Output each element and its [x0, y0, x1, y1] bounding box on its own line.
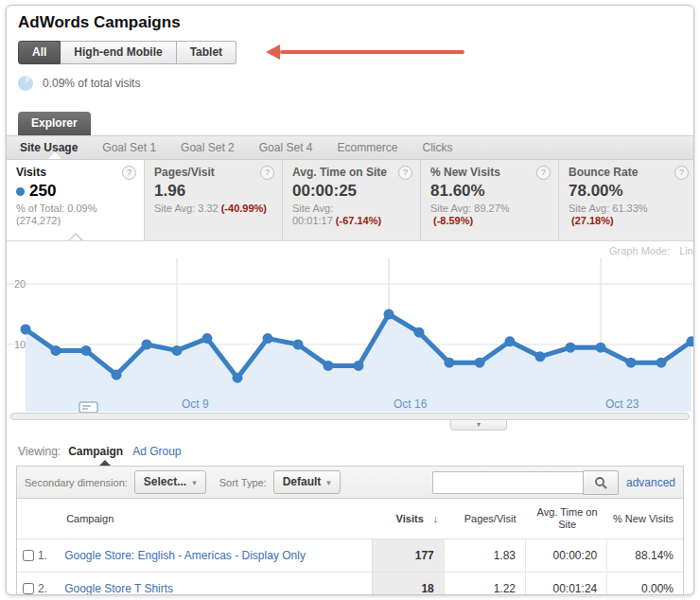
secondary-dimension-label: Secondary dimension:	[25, 477, 128, 488]
column-header-campaign[interactable]: Campaign	[59, 499, 372, 539]
secondary-dimension-dropdown[interactable]: Select...▾	[134, 470, 206, 494]
search-icon	[594, 476, 607, 489]
help-icon[interactable]: ?	[398, 166, 412, 180]
table-toolbar: Secondary dimension: Select...▾ Sort Typ…	[17, 467, 683, 499]
scorecard-row: Visits ? 250 % of Total: 0.09% (274,272)…	[7, 160, 693, 241]
metric-subtext: Site Avg: 61.33%(27.18%)	[569, 203, 689, 227]
column-header-new-visits[interactable]: % New Visits	[607, 499, 683, 539]
viewing-option-ad-group[interactable]: Ad Group	[132, 445, 181, 458]
avg-time-cell: 00:01:24	[526, 573, 607, 596]
column-header-avg-time[interactable]: Avg. Time on Site	[526, 499, 607, 539]
subtab-goal-set-1[interactable]: Goal Set 1	[102, 141, 156, 154]
metric-card-bounce-rate[interactable]: Bounce Rate ? 78.00% Site Avg: 61.33%(27…	[559, 160, 693, 240]
table-row: 1. Google Store: English - Americas - Di…	[17, 539, 683, 573]
row-checkbox[interactable]	[23, 583, 34, 594]
timeseries-chart-zone: Graph Mode:Line 1020Oct 9Oct 16Oct 23 ▾	[7, 241, 693, 435]
metric-card-new-visits[interactable]: % New Visits ? 81.60% Site Avg: 89.27%(-…	[421, 160, 559, 240]
column-header-visits[interactable]: Visits↓	[372, 499, 444, 539]
chart-scrollbar[interactable]	[10, 413, 690, 420]
sort-type-dropdown[interactable]: Default▾	[273, 470, 341, 494]
metric-card-avg-time[interactable]: Avg. Time on Site ? 00:00:25 Site Avg: 0…	[283, 160, 421, 240]
svg-text:Oct 9: Oct 9	[182, 397, 209, 411]
arrow-shaft	[280, 50, 464, 54]
metric-value: 81.60%	[430, 182, 485, 201]
metric-label: Bounce Rate	[569, 166, 638, 179]
metric-value: 00:00:25	[292, 182, 357, 201]
search-button[interactable]	[583, 470, 619, 495]
viewing-selected-marker	[99, 460, 111, 466]
svg-text:10: 10	[14, 339, 26, 350]
campaign-table-box: Secondary dimension: Select...▾ Sort Typ…	[16, 466, 684, 595]
help-icon[interactable]: ?	[122, 166, 136, 180]
metric-subtext: Site Avg: 89.27%(-8.59%)	[430, 203, 551, 227]
arrow-head-icon	[266, 44, 280, 60]
viewing-row: Viewing: Campaign Ad Group	[18, 441, 693, 462]
avg-time-cell: 00:00:20	[526, 539, 607, 573]
metric-subtext: Site Avg: 00:01:17(-67.14%)	[292, 203, 412, 227]
metric-subtext: Site Avg: 3.32(-40.99%)	[154, 203, 274, 215]
metric-label: % New Visits	[430, 166, 500, 179]
metric-label: Visits	[16, 166, 46, 179]
advanced-search-link[interactable]: advanced	[626, 476, 675, 489]
metric-label: Pages/Visit	[154, 166, 215, 179]
search-input[interactable]	[432, 471, 583, 494]
device-segment-group: All High-end Mobile Tablet	[18, 41, 236, 64]
chevron-down-icon: ▾	[192, 478, 197, 487]
viewing-option-campaign[interactable]: Campaign	[68, 445, 123, 458]
metric-card-pages-visit[interactable]: Pages/Visit ? 1.96 Site Avg: 3.32(-40.99…	[145, 160, 283, 240]
report-panel: AdWords Campaigns All High-end Mobile Ta…	[6, 5, 694, 595]
help-icon[interactable]: ?	[674, 166, 689, 180]
row-rank-cell: 1.	[17, 539, 59, 573]
subtab-goal-set-4[interactable]: Goal Set 4	[259, 141, 313, 154]
screenshot-stage: AdWords Campaigns All High-end Mobile Ta…	[0, 0, 700, 600]
metric-subtext: % of Total: 0.09% (274,272)	[16, 203, 136, 227]
active-subtab-notch	[48, 152, 61, 159]
chart-collapse-handle[interactable]: ▾	[450, 420, 507, 431]
segment-button-tablet[interactable]: Tablet	[177, 41, 236, 64]
row-checkbox[interactable]	[23, 550, 34, 561]
annotation-arrow	[266, 44, 464, 60]
pie-icon	[18, 76, 33, 91]
metric-card-visits[interactable]: Visits ? 250 % of Total: 0.09% (274,272)	[7, 160, 145, 240]
campaign-link[interactable]: Google Store T Shirts	[64, 582, 173, 595]
svg-text:Oct 23: Oct 23	[605, 397, 639, 411]
metric-label: Avg. Time on Site	[292, 166, 387, 179]
selected-metric-caret	[67, 233, 84, 241]
help-icon[interactable]: ?	[260, 166, 274, 180]
series-dot-icon	[16, 187, 25, 196]
page-title: AdWords Campaigns	[18, 13, 693, 32]
visits-cell: 18	[372, 573, 444, 596]
campaign-table: Campaign Visits↓ Pages/Visit Avg. Time o…	[17, 499, 683, 595]
total-visits-note: 0.09% of total visits	[18, 76, 693, 91]
table-header-row: Campaign Visits↓ Pages/Visit Avg. Time o…	[17, 499, 683, 539]
new-visits-cell: 0.00%	[607, 573, 683, 596]
segment-button-all[interactable]: All	[18, 41, 61, 64]
segment-button-row: All High-end Mobile Tablet	[18, 41, 693, 64]
column-header-pages-visit[interactable]: Pages/Visit	[444, 499, 525, 539]
subtab-clicks[interactable]: Clicks	[422, 141, 452, 154]
viewing-label: Viewing:	[18, 445, 61, 458]
metric-value: 1.96	[154, 182, 185, 201]
total-visits-note-text: 0.09% of total visits	[43, 77, 140, 90]
visits-line-chart[interactable]: 1020Oct 9Oct 16Oct 23	[7, 249, 693, 412]
campaign-link[interactable]: Google Store: English - Americas - Displ…	[64, 549, 306, 562]
help-icon[interactable]: ?	[536, 166, 551, 180]
pages-visit-cell: 1.83	[444, 539, 525, 573]
row-rank-cell: 2.	[17, 573, 59, 596]
subtab-ecommerce[interactable]: Ecommerce	[337, 141, 397, 154]
pages-visit-cell: 1.22	[444, 573, 525, 596]
segment-button-high-end-mobile[interactable]: High-end Mobile	[61, 41, 176, 64]
chevron-down-icon: ▾	[326, 478, 331, 487]
tab-explorer[interactable]: Explorer	[18, 112, 91, 135]
svg-text:20: 20	[14, 278, 26, 290]
explorer-subtab-bar: Site Usage Goal Set 1 Goal Set 2 Goal Se…	[7, 135, 693, 160]
visits-cell: 177	[372, 539, 444, 573]
subtab-goal-set-2[interactable]: Goal Set 2	[181, 141, 235, 154]
sort-desc-icon[interactable]: ↓	[433, 513, 439, 524]
metric-value: 250	[29, 182, 56, 201]
new-visits-cell: 88.14%	[607, 539, 683, 573]
metric-value: 78.00%	[569, 182, 623, 201]
svg-text:Oct 16: Oct 16	[394, 397, 428, 411]
sort-type-label: Sort Type:	[219, 477, 267, 488]
table-row: 2. Google Store T Shirts 18 1.22 00:01:2…	[17, 573, 683, 596]
